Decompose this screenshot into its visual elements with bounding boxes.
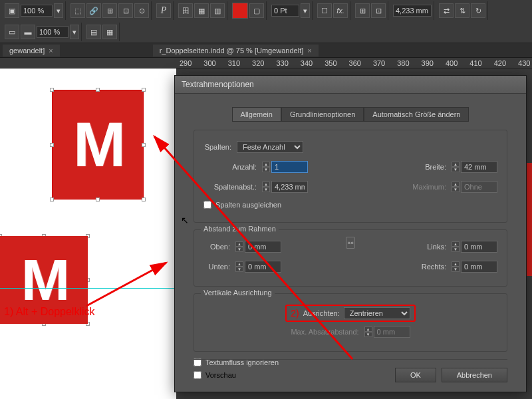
columns-group: Spalten: Feste Anzahl Anzahl: ▲▼ Breite:…	[194, 130, 507, 223]
panel-edge	[527, 163, 532, 276]
tab-label: r_Doppelseiten.indd @ 75 % [Umgewandelt]	[160, 47, 304, 55]
tab-general[interactable]: Allgemein	[232, 107, 281, 122]
wrap-icon[interactable]: ⊞	[355, 3, 370, 18]
inset-group: Abstand zum Rahmen Oben: ▲▼ ⚯ Links: ▲▼ …	[194, 229, 507, 287]
selection-tool-icon[interactable]: ▣	[5, 3, 19, 18]
handle[interactable]	[50, 198, 54, 201]
inset-legend: Abstand zum Rahmen	[201, 225, 279, 233]
preview-checkbox[interactable]: Vorschau	[194, 371, 236, 379]
tab-document-1[interactable]: gewandelt] ×	[3, 45, 60, 57]
tab-autosize[interactable]: Automatisch Größe ändern	[364, 107, 469, 122]
spinner[interactable]: ▲▼	[364, 327, 372, 337]
wrap2-icon[interactable]: ⊡	[371, 3, 386, 18]
handle[interactable]	[50, 88, 54, 92]
spinner[interactable]: ▲▼	[452, 162, 460, 172]
link-icon[interactable]: 🔗	[86, 3, 101, 18]
link-values-icon[interactable]: ⚯	[346, 237, 355, 249]
arrange-icon[interactable]: ▭	[5, 25, 19, 39]
distribute-icon[interactable]: ▦	[102, 25, 117, 39]
paragraph-icon[interactable]: P	[156, 3, 171, 18]
ok-button[interactable]: OK	[395, 368, 436, 382]
dropdown-icon[interactable]: ▾	[70, 25, 79, 39]
dialog-tabs: Allgemein Grundlinienoptionen Automatisc…	[194, 107, 507, 122]
logo-letter: M	[73, 108, 122, 181]
tab-document-2[interactable]: r_Doppelseiten.indd @ 75 % [Umgewandelt]…	[153, 45, 319, 57]
handle[interactable]	[96, 198, 100, 201]
guide-line	[0, 288, 176, 289]
fx-icon[interactable]: fx.	[333, 3, 348, 18]
grid-icon[interactable]: ▦	[194, 3, 209, 18]
align-label: Ausrichten:	[303, 309, 340, 317]
flip-v-icon[interactable]: ⇅	[455, 3, 469, 18]
valign-legend: Vertikale Ausrichtung	[201, 289, 275, 297]
bottom-label: Unten:	[203, 263, 230, 271]
rotate-icon[interactable]: ↻	[471, 3, 485, 18]
handle[interactable]	[142, 88, 146, 92]
spinner[interactable]: ▲▼	[262, 182, 270, 192]
measure-input[interactable]	[393, 5, 432, 17]
dropdown-icon[interactable]: ▾	[301, 3, 310, 18]
tab-label: gewandelt]	[9, 47, 45, 55]
align-icon[interactable]: ▤	[86, 25, 101, 39]
spinner[interactable]: ▲▼	[235, 261, 243, 272]
top-label: Oben:	[203, 243, 230, 251]
cols-icon[interactable]: ▥	[210, 3, 225, 18]
arrange2-icon[interactable]: ▬	[21, 25, 35, 39]
zoom-input[interactable]	[21, 5, 53, 17]
text-frame-options-dialog: Textrahmenoptionen Allgemein Grundlinien…	[174, 75, 527, 392]
dropdown-icon[interactable]: ▾	[54, 3, 63, 18]
close-icon[interactable]: ×	[307, 47, 311, 55]
handle[interactable]	[142, 143, 146, 147]
document-canvas[interactable]: M M	[0, 68, 176, 399]
fill-color-swatch[interactable]	[232, 3, 248, 19]
top-input[interactable]	[245, 241, 281, 253]
left-label: Links:	[420, 243, 446, 251]
document-tabs: gewandelt] × r_Doppelseiten.indd @ 75 % …	[0, 43, 532, 58]
stroke-width-input[interactable]	[271, 5, 299, 17]
width-label: Breite:	[393, 163, 446, 171]
dialog-title: Textrahmenoptionen	[175, 76, 526, 94]
spinner[interactable]: ▲▼	[452, 261, 460, 272]
balance-checkbox[interactable]: Spalten ausgleichen	[203, 201, 497, 209]
columns-type-select[interactable]: Feste Anzahl	[237, 141, 303, 153]
close-icon[interactable]: ×	[49, 47, 53, 55]
spinner[interactable]: ▲▼	[262, 162, 270, 172]
valign-group: Vertikale Ausrichtung 2) Ausrichten: Zen…	[194, 293, 507, 352]
object-icon[interactable]: ⬚	[70, 3, 85, 18]
logo-letter: M	[21, 246, 66, 314]
cancel-button[interactable]: Abbrechen	[442, 368, 507, 382]
spinner[interactable]: ▲▼	[452, 182, 460, 192]
bottom-input[interactable]	[245, 261, 281, 273]
tab-baseline[interactable]: Grundlinienoptionen	[281, 107, 364, 122]
align-select[interactable]: Zentrieren	[344, 307, 410, 319]
left-input[interactable]	[461, 241, 497, 253]
logo-frame-selected[interactable]: M	[52, 90, 144, 200]
right-label: Rechts:	[420, 263, 446, 271]
handle[interactable]	[50, 143, 54, 147]
handle[interactable]	[142, 198, 146, 201]
fill-icon[interactable]: ⊡	[118, 3, 133, 18]
center-icon[interactable]: ⊙	[134, 3, 149, 18]
max-label: Maximum:	[393, 183, 446, 191]
spinner[interactable]: ▲▼	[452, 241, 460, 252]
main-toolbar: ▣ ▾ ⬚ 🔗 ⊞ ⊡ ⊙ P 田 ▦ ▥ ▢ ▾ ☐ fx. ⊞ ⊡ ⇄ ⇅ …	[0, 0, 532, 43]
count-input[interactable]	[271, 161, 308, 173]
width-input[interactable]	[461, 161, 497, 173]
annotation-step2: 2)	[291, 308, 299, 319]
count-label: Anzahl:	[203, 163, 257, 171]
gutter-input[interactable]	[271, 181, 308, 193]
annotation-step1: 1) Alt + Doppelklick	[4, 306, 95, 318]
stroke-icon[interactable]: ▢	[249, 3, 264, 18]
right-input[interactable]	[461, 261, 497, 273]
opacity-input[interactable]	[37, 26, 68, 38]
maxspace-label: Max. Absatzabstand:	[291, 328, 358, 336]
spinner[interactable]: ▲▼	[235, 241, 243, 252]
text-icon[interactable]: 田	[178, 3, 193, 18]
handle[interactable]	[96, 88, 100, 92]
flip-h-icon[interactable]: ⇄	[439, 3, 454, 18]
horizontal-ruler: 290 300 310 320 330 340 350 360 370 380 …	[0, 58, 532, 68]
effects-icon[interactable]: ☐	[317, 3, 332, 18]
align-highlight: 2) Ausrichten: Zentrieren	[285, 305, 415, 322]
maxspace-input	[374, 326, 410, 338]
fit-icon[interactable]: ⊞	[102, 3, 117, 18]
